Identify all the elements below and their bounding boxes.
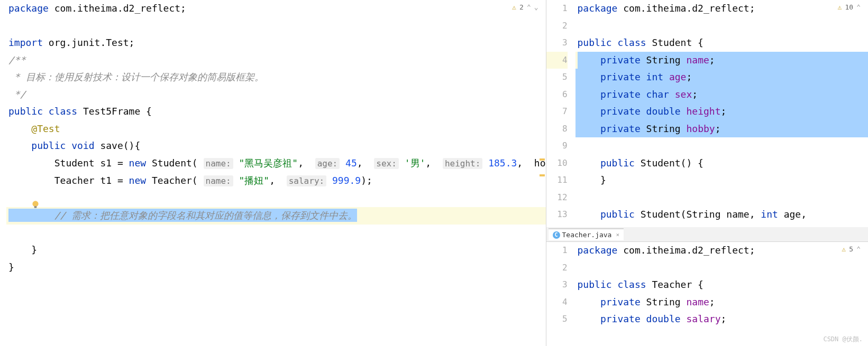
param-hint: sex: [374, 158, 399, 169]
left-editor-panel: ⚠ 2 ⌃ ⌄ package com.itheima.d2_reflect; … [0, 0, 546, 346]
param-hint: height: [443, 158, 482, 169]
code-line[interactable]: } [6, 259, 546, 276]
code-line[interactable]: private String name; [575, 52, 868, 69]
line-number: 7 [546, 103, 568, 120]
warning-count: 5 [849, 245, 853, 253]
line-number: 10 [546, 155, 568, 172]
code-line[interactable]: * 目标：使用反射技术：设计一个保存对象的简易版框架。 [6, 69, 546, 86]
code-line[interactable]: this.name = name; [575, 223, 868, 228]
line-number: 6 [546, 86, 568, 104]
right-bottom-editor: C Teacher.java × 12345 package com.ithei… [546, 227, 868, 346]
marker-warning[interactable] [540, 158, 545, 161]
code-line[interactable]: */ [6, 86, 546, 104]
param-hint: name: [204, 158, 233, 169]
tab-label: Teacher.java [562, 231, 612, 239]
code-line[interactable] [6, 225, 546, 242]
code-line[interactable] [575, 17, 868, 35]
left-gutter [0, 0, 6, 346]
right-panel: 1234567891011121314 package com.itheima.… [546, 0, 868, 346]
code-line[interactable]: Student s1 = new Student( name: "黑马吴彦祖",… [6, 155, 546, 173]
svg-rect-1 [34, 206, 37, 208]
code-line[interactable]: Teacher t1 = new Teacher( name: "播妞", sa… [6, 172, 546, 190]
line-number: 12 [546, 189, 568, 207]
code-line[interactable]: private String hobby; [575, 120, 868, 138]
line-number: 9 [546, 137, 568, 155]
right-top-code[interactable]: package com.itheima.d2_reflect; public c… [575, 0, 868, 227]
line-number: 5 [546, 69, 568, 86]
right-bottom-code[interactable]: package com.itheima.d2_reflect; public c… [575, 242, 868, 346]
warning-count: 2 [519, 3, 524, 11]
line-number: 14 [546, 223, 568, 228]
code-line[interactable]: package com.itheima.d2_reflect; [6, 0, 546, 17]
code-line[interactable]: private String name; [575, 294, 868, 311]
left-code[interactable]: package com.itheima.d2_reflect; import o… [6, 0, 546, 346]
line-number: 2 [546, 17, 568, 35]
left-code-area[interactable]: ⚠ 2 ⌃ ⌄ package com.itheima.d2_reflect; … [6, 0, 546, 346]
code-line[interactable]: import org.junit.Test; [6, 34, 546, 52]
code-line[interactable]: public class Teacher { [575, 276, 868, 294]
code-line[interactable] [575, 137, 868, 155]
left-warnings[interactable]: ⚠ 2 ⌃ ⌄ [510, 2, 540, 12]
code-line[interactable]: private double height; [575, 103, 868, 120]
line-number: 1 [546, 242, 568, 259]
right-top-editor: 1234567891011121314 package com.itheima.… [546, 0, 868, 227]
code-line[interactable]: private int age; [575, 69, 868, 86]
line-number: 4 [546, 294, 568, 311]
chevron-up-icon[interactable]: ⌃ [856, 245, 861, 253]
chevron-up-icon[interactable]: ⌃ [856, 3, 861, 11]
left-marker-strip[interactable] [540, 0, 545, 346]
right-bottom-line-numbers: 12345 [546, 242, 575, 346]
warning-count: 10 [845, 3, 854, 11]
code-line[interactable]: private char sex; [575, 86, 868, 104]
line-number: 5 [546, 311, 568, 328]
code-line[interactable]: package com.itheima.d2_reflect; [575, 0, 868, 17]
warning-icon: ⚠ [512, 3, 516, 11]
line-number: 13 [546, 206, 568, 223]
param-hint: age: [315, 158, 340, 169]
svg-point-0 [32, 201, 38, 207]
right-top-line-numbers: 1234567891011121314 [546, 0, 575, 227]
param-hint: salary: [287, 175, 326, 186]
chevron-up-icon[interactable]: ⌃ [527, 3, 531, 11]
watermark: CSDN @伏颜. [823, 335, 863, 344]
line-number: 4 [546, 52, 568, 69]
close-icon[interactable]: × [616, 231, 619, 238]
tab-teacher-java[interactable]: C Teacher.java × [549, 228, 624, 240]
line-number: 11 [546, 172, 568, 189]
code-line[interactable]: public void save(){ [6, 137, 546, 155]
code-line[interactable] [575, 189, 868, 207]
param-hint: name: [204, 175, 233, 186]
line-number: 1 [546, 0, 568, 17]
right-top-warnings[interactable]: ⚠ 10 ⌃ [836, 2, 863, 12]
class-file-icon: C [553, 231, 560, 239]
intention-bulb-icon[interactable] [31, 200, 40, 209]
code-line[interactable]: @Test [6, 120, 546, 138]
warning-icon: ⚠ [842, 245, 846, 253]
code-line[interactable]: public Student(String name, int age, [575, 206, 868, 223]
code-line[interactable]: package com.itheima.d2_reflect; [575, 242, 868, 259]
code-line[interactable]: private double salary; [575, 311, 868, 328]
line-number: 3 [546, 276, 568, 294]
marker-warning[interactable] [540, 174, 545, 176]
chevron-down-icon[interactable]: ⌄ [534, 3, 538, 11]
code-line[interactable]: public class Test5Frame { [6, 103, 546, 120]
line-number: 3 [546, 34, 568, 52]
line-number: 8 [546, 120, 568, 138]
code-line[interactable]: // 需求：把任意对象的字段名和其对应的值等信息，保存到文件中去。 [6, 207, 546, 225]
warning-icon: ⚠ [838, 3, 842, 11]
code-line[interactable]: } [575, 172, 868, 189]
code-line[interactable] [6, 17, 546, 35]
line-number: 2 [546, 259, 568, 277]
code-line[interactable] [6, 190, 546, 208]
code-line[interactable]: /** [6, 52, 546, 69]
code-line[interactable]: public class Student { [575, 34, 868, 52]
code-line[interactable]: } [6, 241, 546, 259]
tab-bar: C Teacher.java × [546, 227, 868, 242]
code-line[interactable] [575, 259, 868, 277]
code-line[interactable]: public Student() { [575, 155, 868, 172]
right-bottom-warnings[interactable]: ⚠ 5 ⌃ [840, 244, 863, 254]
